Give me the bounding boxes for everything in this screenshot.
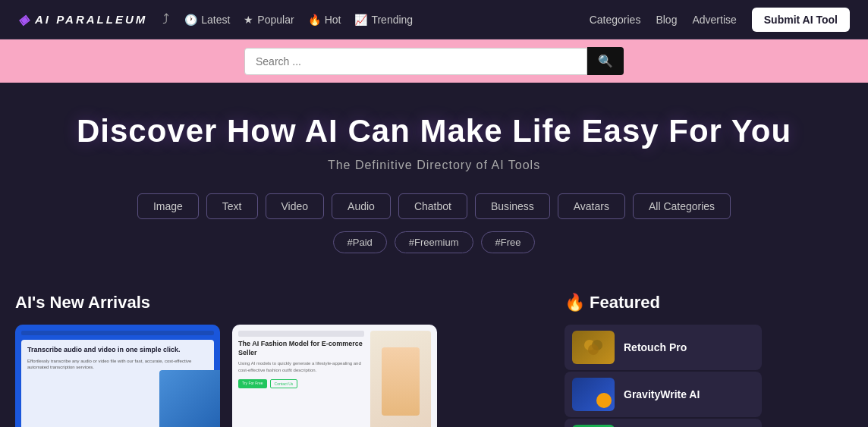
search-wrapper: 🔍 [244,47,624,75]
konch-sub: Effortlessly transcribe any audio or vid… [27,358,208,371]
card-modeli[interactable]: The AI Fashion Model for E-commerce Sell… [232,325,437,427]
modeli-right [370,331,431,427]
hero-subtitle: The Definitive Directory of AI Tools [15,159,853,172]
trending-icon: 📈 [354,14,367,26]
nav-links: 🕐 Latest ★ Popular 🔥 Hot 📈 Trending [184,14,413,26]
card-konch-image: Transcribe audio and video in one simple… [15,325,220,427]
category-image[interactable]: Image [137,193,199,219]
featured-name-retouch: Retouch Pro [624,341,687,353]
featured-item-happyml[interactable]: HappyML AI 🤖 [565,419,762,427]
category-business[interactable]: Business [475,193,550,219]
category-text[interactable]: Text [206,193,258,219]
star-icon: ★ [244,14,253,26]
featured-section: 🔥 Featured Retouch Pro [565,293,762,427]
konch-headline: Transcribe audio and video in one simple… [27,346,208,355]
tag-buttons: #Paid #Freemium #Free [15,231,853,253]
nav-link-latest[interactable]: 🕐 Latest [184,14,230,26]
cards-row: Transcribe audio and video in one simple… [15,325,546,427]
logo-icon: ◈ [18,11,30,28]
featured-title: 🔥 Featured [565,293,762,312]
search-bar-container: 🔍 [0,39,868,83]
nav-right: Categories Blog Advertise Submit AI Tool [590,8,850,32]
logo-text: AI PARALLEUM [35,13,147,26]
konch-top-bar [21,331,214,335]
tag-paid[interactable]: #Paid [333,231,387,253]
search-button[interactable]: 🔍 [587,47,624,75]
featured-thumb-gravity [572,378,615,411]
modeli-sub: Using AI models to quickly generate a li… [238,360,364,373]
modeli-contact-btn: Contact Us [270,379,298,388]
svg-point-2 [588,344,599,355]
retouch-thumb-img [572,331,615,364]
featured-list: Retouch Pro GravityWrite AI [565,325,762,427]
logo[interactable]: ◈ AI PARALLEUM [18,11,147,28]
category-all[interactable]: All Categories [633,193,731,219]
main-content: AI's New Arrivals Transcribe audio and v… [0,293,868,427]
nav-label-trending: Trending [371,14,413,26]
nav-left: ◈ AI PARALLEUM ⤴ 🕐 Latest ★ Popular 🔥 Ho… [18,11,413,28]
featured-item-gravity[interactable]: GravityWrite AI [565,372,762,417]
category-audio[interactable]: Audio [332,193,391,219]
modeli-headline: The AI Fashion Model for E-commerce Sell… [238,340,364,357]
nav-advertise[interactable]: Advertise [692,14,736,26]
gravity-circle [596,393,612,408]
navbar: ◈ AI PARALLEUM ⤴ 🕐 Latest ★ Popular 🔥 Ho… [0,0,868,39]
modeli-mock: The AI Fashion Model for E-commerce Sell… [232,325,437,427]
category-avatars[interactable]: Avatars [558,193,625,219]
nav-categories[interactable]: Categories [590,14,641,26]
search-icon: 🔍 [598,55,613,68]
new-arrivals-title: AI's New Arrivals [15,293,546,312]
submit-ai-tool-button[interactable]: Submit AI Tool [752,8,850,32]
konch-image-right [159,370,220,427]
card-modeli-image: The AI Fashion Model for E-commerce Sell… [232,325,437,427]
konch-mock: Transcribe audio and video in one simple… [15,325,220,427]
nav-link-trending[interactable]: 📈 Trending [354,14,413,26]
modeli-btns: Try For Free Contact Us [238,379,364,388]
tag-freemium[interactable]: #Freemium [395,231,473,253]
featured-thumb-retouch [572,331,615,364]
modeli-left: The AI Fashion Model for E-commerce Sell… [238,331,364,427]
nav-label-popular: Popular [257,14,294,26]
search-input[interactable] [244,48,587,75]
hero-title: Discover How AI Can Make Life Easy For Y… [15,113,853,149]
new-arrivals-section: AI's New Arrivals Transcribe audio and v… [15,293,546,427]
retouch-icon [582,336,605,359]
category-video[interactable]: Video [266,193,325,219]
share-icon[interactable]: ⤴ [162,11,169,27]
category-chatbot[interactable]: Chatbot [398,193,467,219]
nav-link-hot[interactable]: 🔥 Hot [308,14,341,26]
modeli-nav-bar [238,331,364,337]
nav-label-latest: Latest [201,14,230,26]
nav-blog[interactable]: Blog [656,14,677,26]
nav-link-popular[interactable]: ★ Popular [244,14,294,26]
card-konch[interactable]: Transcribe audio and video in one simple… [15,325,220,427]
featured-name-gravity: GravityWrite AI [624,388,700,400]
fire-icon: 🔥 [308,14,321,26]
clock-icon: 🕐 [184,14,197,26]
hero-section: Discover How AI Can Make Life Easy For Y… [0,83,868,293]
category-buttons: Image Text Video Audio Chatbot Business … [15,193,853,219]
tag-free[interactable]: #Free [481,231,536,253]
modeli-person [382,347,420,416]
modeli-try-btn: Try For Free [238,379,267,388]
nav-label-hot: Hot [325,14,341,26]
gravity-thumb-img [572,378,615,411]
featured-item-retouch[interactable]: Retouch Pro [565,325,762,370]
